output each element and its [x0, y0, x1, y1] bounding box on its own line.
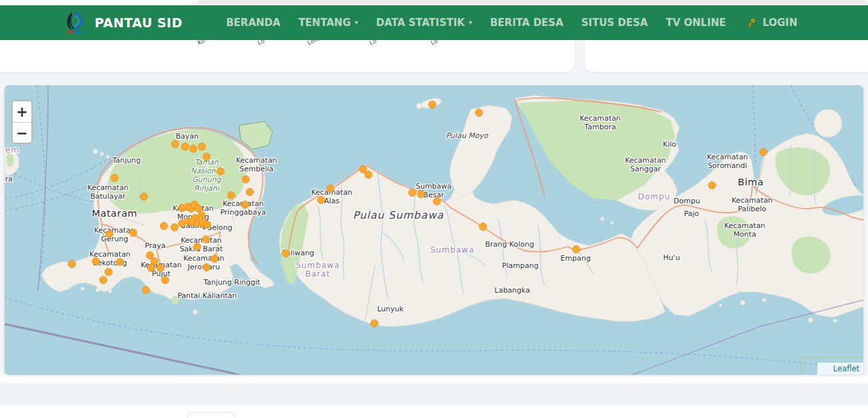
islet	[107, 155, 110, 159]
map-marker[interactable]	[709, 182, 716, 189]
map-label: Empang	[560, 254, 590, 263]
map-label: Plampang	[502, 261, 539, 270]
map-marker[interactable]	[182, 143, 189, 151]
map-marker[interactable]	[117, 259, 124, 266]
nav-item-data-statistik[interactable]: DATA STATISTIK▾	[376, 17, 472, 29]
map-marker[interactable]	[318, 197, 325, 204]
map-marker[interactable]	[228, 192, 235, 199]
islet	[416, 103, 422, 109]
islet	[108, 289, 111, 293]
map-marker[interactable]	[148, 265, 155, 272]
nav-item-situs-desa[interactable]: SITUS DESA	[582, 17, 648, 29]
map-canvas[interactable]: BayanTanjungKecamatanSembeliaKecamatanBa…	[5, 85, 863, 375]
nav-item-berita-desa[interactable]: BERITA DESA	[490, 17, 564, 29]
map-marker[interactable]	[217, 168, 224, 175]
islet	[96, 288, 100, 292]
map-marker[interactable]	[327, 185, 334, 193]
map-label: Dompu	[638, 192, 671, 201]
map-label: Tanjung Ringgit	[203, 278, 260, 287]
map-label: Pajo	[684, 209, 699, 218]
leaflet-map[interactable]: BayanTanjungKecamatanSembeliaKecamatanBa…	[5, 85, 863, 375]
key-icon	[745, 17, 757, 29]
islet	[611, 221, 614, 224]
top-strip	[0, 0, 868, 5]
islet	[93, 149, 98, 154]
map-marker[interactable]	[105, 269, 113, 276]
chevron-down-icon: ▾	[469, 19, 472, 26]
map-label: Praya	[145, 241, 166, 250]
map-marker[interactable]	[171, 224, 179, 231]
islet	[833, 319, 837, 322]
map-marker[interactable]	[147, 252, 154, 259]
nav-item-tentang[interactable]: TENTANG▾	[298, 17, 358, 29]
map-label: Pulau Moyo	[446, 131, 488, 140]
map-marker[interactable]	[365, 171, 372, 179]
brand-title: PANTAU SID	[95, 15, 183, 30]
brand-group[interactable]: PANTAU SID	[63, 11, 183, 35]
map-marker[interactable]	[371, 320, 378, 327]
map-marker[interactable]	[141, 193, 148, 201]
nav-item-tv-online[interactable]: TV ONLINE	[665, 17, 725, 29]
map-marker[interactable]	[429, 101, 436, 109]
map-marker[interactable]	[100, 277, 107, 284]
map-marker[interactable]	[418, 191, 425, 198]
map-marker[interactable]	[199, 143, 206, 151]
map-marker[interactable]	[195, 205, 203, 213]
brand-logo-icon	[63, 11, 85, 35]
map-marker[interactable]	[161, 223, 168, 230]
map-marker[interactable]	[179, 220, 186, 227]
map-attribution: Leaflet	[817, 363, 863, 375]
map-marker[interactable]	[190, 145, 197, 153]
login-button[interactable]: LOGIN	[745, 17, 797, 29]
map-marker[interactable]	[246, 189, 254, 196]
map-label: Mataram	[92, 208, 137, 219]
map-marker[interactable]	[242, 176, 250, 183]
map-marker[interactable]	[194, 243, 201, 251]
navbar: PANTAU SID BERANDATENTANG▾DATA STATISTIK…	[0, 5, 868, 40]
map-marker[interactable]	[130, 229, 137, 237]
map-marker[interactable]	[93, 258, 100, 265]
zoom-out-button[interactable]: −	[13, 123, 31, 143]
top-strip-card	[197, 1, 868, 5]
islet	[193, 309, 197, 314]
leaflet-attribution-link[interactable]: Leaflet	[833, 364, 859, 373]
map-marker[interactable]	[434, 198, 441, 205]
map-marker[interactable]	[172, 141, 179, 148]
map-marker[interactable]	[203, 236, 210, 243]
map-marker[interactable]	[69, 261, 76, 268]
map-marker[interactable]	[151, 258, 159, 265]
map-marker[interactable]	[203, 153, 211, 161]
map-marker[interactable]	[409, 189, 416, 197]
map-label: KecamatanBatulayar	[87, 183, 129, 201]
islet	[600, 217, 604, 220]
map-zoom-control: + −	[11, 100, 33, 144]
map-marker[interactable]	[204, 221, 211, 229]
map-marker[interactable]	[480, 223, 487, 231]
map-marker[interactable]	[157, 265, 165, 272]
content-background: KoLoLomLoLo	[0, 40, 868, 375]
map-marker[interactable]	[760, 149, 767, 156]
map-marker[interactable]	[111, 175, 119, 182]
map-marker[interactable]	[162, 277, 169, 284]
zoom-in-button[interactable]: +	[13, 101, 31, 122]
map-label: Pulau Sumbawa	[353, 209, 444, 221]
map-label: KecamatanSoromandi	[707, 153, 748, 170]
map-label: sem	[5, 145, 19, 155]
map-marker[interactable]	[143, 287, 150, 294]
map-marker[interactable]	[211, 255, 218, 263]
map-marker[interactable]	[476, 109, 483, 117]
nav-item-beranda[interactable]: BERANDA	[226, 17, 280, 29]
map-marker[interactable]	[199, 212, 206, 219]
side-card-partial	[585, 40, 868, 72]
chart-axis-label-partial: Lom	[306, 40, 320, 46]
section-divider-band	[0, 383, 868, 405]
islet	[762, 298, 765, 301]
island-circular	[814, 109, 842, 137]
map-marker[interactable]	[203, 264, 211, 271]
map-label: KecamatanSakra Barat	[180, 236, 223, 253]
islet	[81, 287, 84, 290]
map-marker[interactable]	[106, 231, 113, 238]
map-marker[interactable]	[282, 250, 290, 257]
map-marker[interactable]	[573, 246, 580, 253]
map-marker[interactable]	[242, 201, 249, 209]
